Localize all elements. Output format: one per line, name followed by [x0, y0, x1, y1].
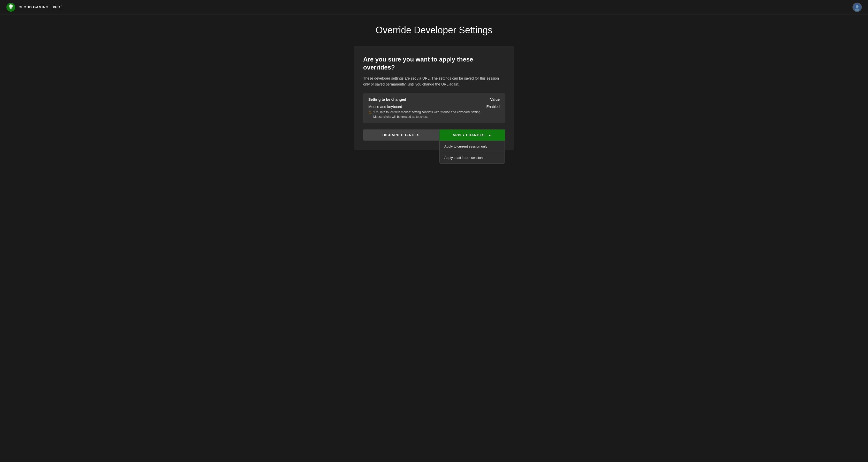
dialog-description: These developer settings are set via URL…: [363, 75, 505, 87]
xbox-logo-icon[interactable]: [6, 3, 16, 12]
beta-badge: BETA: [52, 5, 62, 9]
chevron-up-icon: ▲: [488, 133, 492, 137]
navbar-left: CLOUD GAMING BETA: [6, 3, 62, 12]
settings-table: Setting to be changed Value Mouse and ke…: [363, 93, 505, 123]
col-setting-label: Setting to be changed: [368, 97, 406, 102]
apply-current-session-option[interactable]: Apply to current session only: [440, 141, 504, 152]
warning-text: 'Emulate touch with mouse' setting confl…: [373, 110, 481, 119]
brand-label: CLOUD GAMING: [19, 5, 49, 9]
col-value-label: Value: [490, 97, 500, 102]
settings-table-header: Setting to be changed Value: [368, 97, 500, 102]
setting-value: Enabled: [487, 105, 500, 109]
apply-button-label: APPLY CHANGES: [453, 133, 485, 137]
main-content: Override Developer Settings Are you sure…: [0, 14, 868, 462]
apply-dropdown-menu: Apply to current session only Apply to a…: [439, 140, 505, 164]
dialog-heading: Are you sure you want to apply these ove…: [363, 55, 505, 71]
svg-point-1: [9, 5, 13, 9]
svg-point-4: [855, 8, 860, 11]
setting-name: Mouse and keyboard: [368, 105, 481, 109]
navbar: CLOUD GAMING BETA: [0, 0, 868, 14]
actions-row: DISCARD CHANGES APPLY CHANGES ▲ Apply to…: [363, 129, 505, 150]
warning-icon: ⚠: [368, 110, 372, 114]
apply-button-group: APPLY CHANGES ▲ Apply to current session…: [439, 129, 505, 140]
apply-future-sessions-option[interactable]: Apply to all future sessions: [440, 152, 504, 163]
settings-warning: ⚠ 'Emulate touch with mouse' setting con…: [368, 110, 481, 119]
page-title: Override Developer Settings: [376, 25, 492, 36]
settings-row-left: Mouse and keyboard ⚠ 'Emulate touch with…: [368, 105, 481, 119]
apply-button[interactable]: APPLY CHANGES ▲: [439, 129, 505, 140]
avatar[interactable]: [852, 3, 862, 12]
svg-point-3: [856, 5, 859, 8]
table-row: Mouse and keyboard ⚠ 'Emulate touch with…: [368, 105, 500, 119]
discard-button[interactable]: DISCARD CHANGES: [363, 129, 439, 140]
dialog-card: Are you sure you want to apply these ove…: [354, 46, 514, 150]
